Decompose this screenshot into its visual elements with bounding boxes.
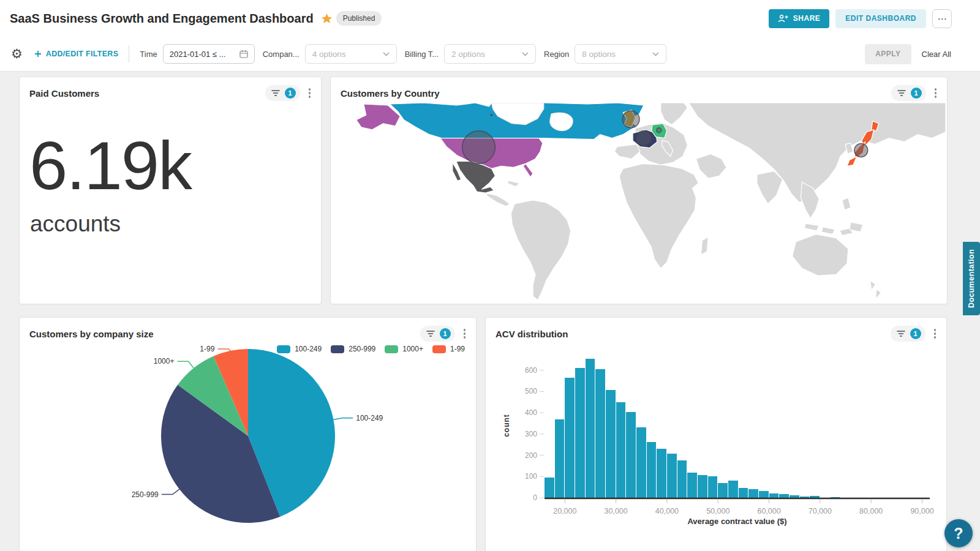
pie-slice-label: 1000+ — [154, 357, 175, 365]
map-country-japan[interactable] — [847, 156, 857, 166]
map-bubble-united-kingdom[interactable] — [622, 111, 639, 128]
app-header: SaaS Business Growth and Engagement Dash… — [0, 0, 980, 37]
y-tick-label: 600 — [525, 366, 537, 375]
apply-button[interactable]: APPLY — [865, 44, 911, 64]
filter-label-region: Region — [544, 50, 569, 59]
histogram-bar[interactable] — [565, 378, 575, 498]
legend-swatch — [432, 345, 446, 353]
share-button[interactable]: SHARE — [769, 9, 830, 28]
histogram-bar[interactable] — [616, 402, 626, 498]
filter-count-badge: 1 — [440, 328, 451, 339]
help-button[interactable]: ? — [944, 519, 973, 547]
histogram-bar[interactable] — [555, 419, 565, 498]
histogram-bar[interactable] — [586, 359, 595, 498]
kebab-menu-icon[interactable] — [304, 85, 315, 101]
card-customers-by-country: Customers by Country 1 — [330, 77, 948, 304]
widget-filter-pill[interactable]: 1 — [420, 326, 455, 342]
histogram-bar[interactable] — [810, 496, 820, 498]
x-tick-label: 40,000 — [655, 507, 679, 515]
card-title: Customers by Country — [341, 88, 891, 99]
map-land — [511, 200, 570, 300]
filter-count-badge: 1 — [910, 328, 921, 339]
histogram-bar[interactable] — [606, 390, 616, 498]
map-land — [696, 154, 726, 178]
filter-bar-actions: APPLY Clear All — [865, 44, 951, 64]
histogram-bar[interactable] — [779, 494, 789, 498]
histogram-bar[interactable] — [769, 493, 779, 498]
favorite-star-icon[interactable] — [321, 13, 333, 24]
histogram-bar[interactable] — [708, 476, 718, 498]
billing-filter-value: 2 options — [451, 50, 485, 59]
histogram-bar[interactable] — [677, 460, 687, 498]
histogram-bar[interactable] — [626, 412, 636, 498]
map-bubble-germany[interactable] — [657, 128, 662, 133]
page-title: SaaS Business Growth and Engagement Dash… — [10, 12, 314, 26]
histogram-bar[interactable] — [575, 368, 585, 498]
edit-dashboard-button[interactable]: EDIT DASHBOARD — [835, 9, 926, 28]
histogram-bar[interactable] — [698, 475, 707, 498]
billing-filter-select[interactable]: 2 options — [444, 44, 536, 64]
y-tick-label: 500 — [525, 387, 537, 395]
documentation-tab[interactable]: Documentation — [963, 242, 980, 315]
widget-filter-pill[interactable]: 1 — [891, 85, 926, 101]
gear-icon[interactable]: ⚙ — [11, 47, 23, 61]
filter-count-badge: 1 — [911, 88, 922, 99]
world-choropleth-map[interactable] — [331, 103, 947, 305]
x-tick-label: 70,000 — [809, 507, 832, 515]
company-filter-value: 4 options — [312, 50, 346, 59]
legend-swatch — [277, 345, 290, 353]
legend-item[interactable]: 100-249 — [277, 345, 322, 353]
histogram-bar[interactable] — [718, 483, 728, 498]
legend-item[interactable]: 1000+ — [385, 345, 423, 353]
map-bubble-united-states[interactable] — [462, 131, 496, 164]
chevron-down-icon — [652, 52, 659, 56]
region-filter-select[interactable]: 8 options — [575, 44, 666, 64]
histogram-bar[interactable] — [790, 495, 799, 498]
legend-item[interactable]: 250-999 — [331, 345, 375, 353]
pie-label-connector — [217, 349, 230, 351]
x-tick-label: 90,000 — [910, 507, 933, 515]
histogram-bar[interactable] — [667, 454, 677, 498]
time-filter-input[interactable]: 2021-01-01 ≤ ... — [163, 44, 255, 64]
kebab-menu-icon[interactable] — [930, 326, 941, 342]
filter-bar: ⚙ ADD/EDIT FILTERS Time 2021-01-01 ≤ ...… — [0, 37, 980, 72]
map-land — [550, 113, 573, 131]
histogram-bar[interactable] — [647, 442, 657, 498]
add-edit-filters-label: ADD/EDIT FILTERS — [46, 50, 118, 58]
company-filter-select[interactable]: 4 options — [305, 44, 397, 64]
y-tick-label: 100 — [525, 472, 537, 481]
histogram-bar[interactable] — [595, 369, 605, 498]
map-bubble-japan[interactable] — [854, 144, 868, 157]
histogram-bar[interactable] — [728, 481, 738, 498]
filter-group-billing: Billing T... 2 options — [405, 44, 536, 64]
map-country-united-states[interactable] — [523, 163, 533, 177]
histogram-bar[interactable] — [636, 427, 646, 498]
pie-slice-label: 250-999 — [132, 490, 159, 499]
widget-filter-pill[interactable]: 1 — [265, 85, 300, 101]
histogram-bar[interactable] — [759, 491, 769, 498]
legend-item[interactable]: 1-99 — [432, 345, 465, 353]
histogram-bar[interactable] — [657, 449, 666, 498]
histogram-bar[interactable] — [545, 478, 554, 498]
more-options-button[interactable]: ⋯ — [932, 9, 952, 28]
pie-label-connector — [177, 361, 194, 368]
histogram-bar[interactable] — [748, 489, 758, 498]
kebab-menu-icon[interactable] — [930, 85, 941, 101]
y-tick-label: 400 — [525, 408, 537, 417]
clear-all-button[interactable]: Clear All — [922, 50, 951, 59]
histogram-bar[interactable] — [739, 488, 748, 498]
add-edit-filters-button[interactable]: ADD/EDIT FILTERS — [34, 50, 118, 58]
histogram-bar[interactable] — [687, 473, 697, 498]
filter-funnel-icon — [897, 330, 905, 337]
map-bubble-france[interactable] — [636, 131, 651, 146]
status-badge: Published — [336, 11, 382, 26]
kebab-menu-icon[interactable] — [459, 326, 470, 342]
acv-histogram-chart[interactable]: 010020030040050060020,00030,00040,00050,… — [486, 342, 946, 551]
company-size-pie-chart[interactable]: 100-249250-9991000+1-99 — [20, 342, 476, 551]
filter-count-badge: 1 — [285, 88, 296, 99]
legend-label: 1000+ — [402, 345, 423, 353]
map-land — [661, 103, 688, 125]
widget-filter-pill[interactable]: 1 — [891, 326, 925, 342]
histogram-bar[interactable] — [800, 497, 810, 498]
x-tick-label: 60,000 — [757, 507, 780, 515]
